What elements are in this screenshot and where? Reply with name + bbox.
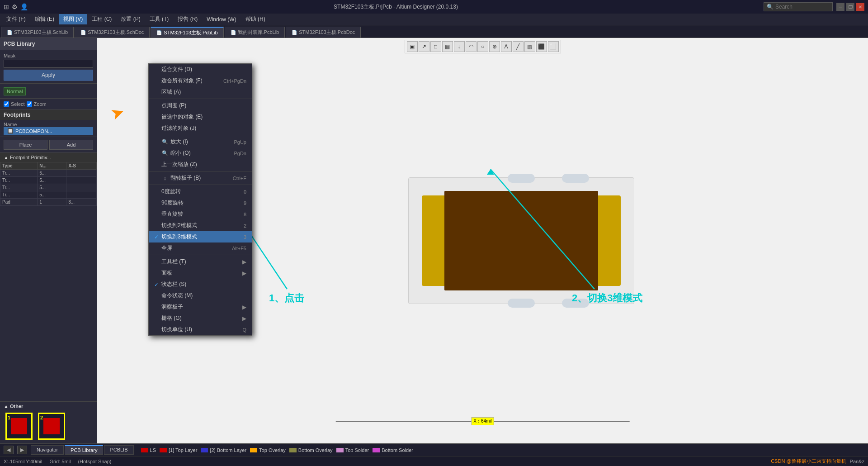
- component-item[interactable]: 🔲 PCBCOMPON...: [4, 127, 93, 135]
- search-icon: 🔍: [767, 4, 774, 10]
- mask-input[interactable]: [4, 60, 93, 68]
- dropdown-item-fullscreen[interactable]: 全屏Alt+F5: [149, 243, 252, 254]
- settings-icon[interactable]: ⚙: [12, 3, 18, 10]
- dropdown-item-filtered[interactable]: 过滤的对象 (J): [149, 123, 252, 134]
- canvas-tool-arc[interactable]: ◠: [466, 41, 476, 52]
- tab-schdoc[interactable]: 📄STM32F103主板.SchDoc: [75, 27, 150, 38]
- place-button[interactable]: Place: [4, 140, 47, 150]
- nav-next-button[interactable]: ▶: [17, 446, 27, 454]
- minimize-button[interactable]: ─: [836, 3, 844, 11]
- tab-pcbdoc[interactable]: 📄STM32F103主板.PcbDoc: [286, 27, 361, 38]
- layer-label: [1] Top Layer: [169, 447, 197, 453]
- canvas-tool-select[interactable]: ▣: [407, 41, 418, 52]
- canvas-tool-export[interactable]: ↓: [454, 41, 465, 52]
- dropdown-item-fit-all[interactable]: 适合所有对象 (F)Ctrl+PgDn: [149, 75, 252, 86]
- layer-Top-Overlay[interactable]: Top Overlay: [250, 447, 286, 453]
- dropdown-label-zoom-in: 放大 (I): [170, 138, 188, 146]
- dropdown-item-rot-90[interactable]: 90度旋转9: [149, 197, 252, 209]
- apply-button[interactable]: Apply: [4, 70, 93, 81]
- menu-item-file[interactable]: 文件 (F): [2, 14, 30, 24]
- dropdown-items: 适合文件 (D)适合所有对象 (F)Ctrl+PgDn区域 (A)点周围 (P)…: [149, 64, 252, 335]
- tab-myfplib[interactable]: 📄我的封装库.PcbLib: [225, 27, 285, 38]
- layer-label: [2] Bottom Layer: [210, 447, 246, 453]
- layer-[1]-Top-Layer[interactable]: [1] Top Layer: [160, 447, 197, 453]
- menu-item-help[interactable]: 帮助 (H): [241, 14, 270, 24]
- submenu-arrow-toolbar: ▶: [242, 259, 246, 265]
- layer-LS[interactable]: LS: [141, 447, 156, 453]
- pad-2-preview: 2: [38, 413, 65, 440]
- tab-schlib[interactable]: 📄STM32F103主板.SchLib: [1, 27, 74, 38]
- dropdown-item-switch-3d[interactable]: ✓切换到3维模式3: [149, 231, 252, 243]
- canvas-tool-plus[interactable]: ⊕: [489, 41, 500, 52]
- canvas-tool-3d[interactable]: ↗: [419, 41, 429, 52]
- table-row[interactable]: Tr...5...: [0, 191, 97, 199]
- dropdown-item-panel[interactable]: 面板▶: [149, 267, 252, 279]
- menu-item-view[interactable]: 视图 (V): [59, 14, 87, 24]
- dropdown-item-zoom-out[interactable]: 🔍缩小 (O)PgDn: [149, 147, 252, 159]
- layer-Top-Solder[interactable]: Top Solder: [336, 447, 369, 453]
- canvas-tool-text[interactable]: A: [501, 41, 512, 52]
- dropdown-item-selected[interactable]: 被选中的对象 (E): [149, 111, 252, 123]
- other-title: ▲ Other: [4, 404, 93, 409]
- menu-item-edit[interactable]: 编辑 (E): [30, 14, 59, 24]
- dropdown-item-status-bar[interactable]: ✓状态栏 (S): [149, 279, 252, 290]
- component-name: PCBCOMPON...: [15, 128, 52, 134]
- dropdown-item-switch-2d[interactable]: 切换到2维模式2: [149, 220, 252, 231]
- search-input[interactable]: [775, 4, 830, 10]
- dropdown-label-last-zoom: 上一次缩放 (Z): [161, 161, 197, 168]
- normal-badge: Normal: [4, 87, 26, 95]
- table-row[interactable]: Pad13...: [0, 199, 97, 206]
- dropdown-item-inspect[interactable]: 洞察板子▶: [149, 301, 252, 313]
- menu-item-place[interactable]: 放置 (P): [116, 14, 145, 24]
- dropdown-item-area[interactable]: 区域 (A): [149, 86, 252, 98]
- tab-pcblib[interactable]: 📄STM32F103主板.PcbLib: [151, 27, 223, 38]
- canvas-tool-3dbox[interactable]: ⬜: [548, 41, 559, 52]
- menu-item-window[interactable]: Window (W): [202, 15, 241, 24]
- dropdown-label-inspect: 洞察板子: [161, 303, 183, 311]
- canvas-area[interactable]: ▣ ↗ □ ▦ ↓ ◠ ○ ⊕ A ╱ ▨ ⬛ ⬜: [97, 38, 868, 443]
- zoom-checkbox[interactable]: [27, 101, 32, 107]
- canvas-tool-region[interactable]: ▨: [524, 41, 535, 52]
- dropdown-item-grids[interactable]: 栅格 (G)▶: [149, 313, 252, 324]
- bottom-tab-navigator[interactable]: Navigator: [31, 445, 64, 455]
- dropdown-item-fit-doc[interactable]: 适合文件 (D): [149, 64, 252, 75]
- select-checkbox[interactable]: [4, 101, 9, 107]
- close-button[interactable]: ✕: [856, 3, 864, 11]
- dropdown-item-switch-unit[interactable]: 切换单位 (U)Q: [149, 324, 252, 335]
- bottom-tabs: NavigatorPCB LibraryPCBLIB: [31, 445, 134, 455]
- canvas-tool-circle[interactable]: ○: [477, 41, 488, 52]
- layer-[2]-Bottom-Layer[interactable]: [2] Bottom Layer: [201, 447, 246, 453]
- bottom-tab-pcb-library[interactable]: PCB Library: [65, 445, 103, 455]
- dropdown-item-toolbar[interactable]: 工具栏 (T)▶: [149, 256, 252, 267]
- restore-button[interactable]: ❐: [846, 3, 854, 11]
- dropdown-item-last-zoom[interactable]: 上一次缩放 (Z): [149, 159, 252, 170]
- layer-Bottom-Solder[interactable]: Bottom Solder: [373, 447, 413, 453]
- dropdown-label-toolbar: 工具栏 (T): [161, 258, 186, 266]
- dropdown-item-point-around[interactable]: 点周围 (P): [149, 100, 252, 111]
- add-button[interactable]: Add: [49, 140, 93, 150]
- dropdown-menu: 适合文件 (D)适合所有对象 (F)Ctrl+PgDn区域 (A)点周围 (P)…: [148, 63, 252, 336]
- bottom-tab-pcblib2[interactable]: PCBLIB: [104, 445, 133, 455]
- tab-icon-schdoc: 📄: [80, 30, 86, 35]
- layer-color-indicator: [373, 448, 380, 452]
- canvas-tool-line[interactable]: ╱: [513, 41, 524, 52]
- menu-item-reports[interactable]: 报告 (R): [173, 14, 202, 24]
- table-row[interactable]: Tr...5...: [0, 177, 97, 184]
- menu-item-tools[interactable]: 工具 (T): [145, 14, 174, 24]
- dropdown-item-flip-board[interactable]: ↕翻转板子 (B)Ctrl+F: [149, 172, 252, 184]
- table-row[interactable]: Tr...5...: [0, 170, 97, 177]
- user-icon[interactable]: 👤: [20, 3, 28, 10]
- dropdown-item-rot-0[interactable]: 0度旋转0: [149, 186, 252, 197]
- canvas-tool-fill[interactable]: ▦: [442, 41, 453, 52]
- canvas-tool-rect[interactable]: □: [430, 41, 441, 52]
- dropdown-label-switch-unit: 切换单位 (U): [161, 326, 192, 333]
- layer-Bottom-Overlay[interactable]: Bottom Overlay: [289, 447, 333, 453]
- menu-item-project[interactable]: 工程 (C): [87, 14, 116, 24]
- table-row[interactable]: Tr...5...: [0, 184, 97, 191]
- dropdown-item-rot-vert[interactable]: 垂直旋转8: [149, 209, 252, 220]
- nav-prev-button[interactable]: ◀: [4, 446, 14, 454]
- dropdown-item-zoom-in[interactable]: 🔍放大 (I)PgUp: [149, 136, 252, 147]
- home-icon[interactable]: ⊞: [4, 3, 9, 10]
- canvas-tool-pad[interactable]: ⬛: [536, 41, 547, 52]
- dropdown-item-cmd-status[interactable]: 命令状态 (M): [149, 290, 252, 301]
